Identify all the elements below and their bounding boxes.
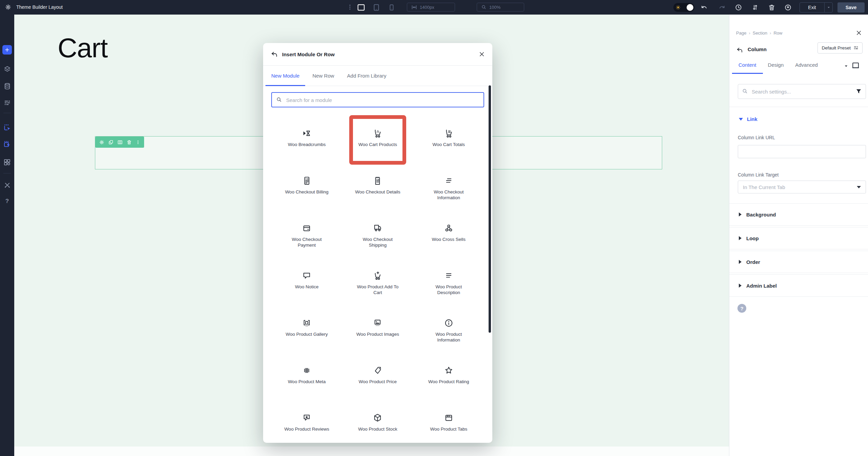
module-item[interactable]: Woo Product Rating	[413, 352, 484, 400]
desktop-view-icon[interactable]	[357, 3, 366, 12]
hover-mode-icon[interactable]	[0, 123, 14, 131]
search-icon	[742, 88, 748, 94]
module-item[interactable]: Woo Product Tabs	[413, 400, 484, 443]
top-bar: Theme Builder Layout 1400px 100%	[0, 0, 868, 15]
checkout-information-icon	[443, 175, 454, 186]
desktop-preview-icon[interactable]	[851, 61, 860, 70]
kebab-menu-icon[interactable]	[347, 4, 353, 11]
module-item[interactable]: Woo Cart Totals	[413, 115, 484, 163]
module-item[interactable]: Woo Product Images	[342, 305, 413, 352]
module-item[interactable]: Woo Checkout Shipping	[342, 210, 413, 257]
module-item[interactable]: Woo Checkout Information	[413, 163, 484, 210]
product-price-icon	[372, 365, 383, 376]
panel-help-icon[interactable]: ?	[737, 304, 746, 313]
modal-scrollbar[interactable]	[489, 85, 491, 333]
module-item[interactable]: Woo Checkout Billing	[271, 163, 342, 210]
module-item[interactable]: Woo Product Meta	[271, 352, 342, 400]
tablet-view-icon[interactable]	[372, 3, 380, 12]
settings-gear-icon[interactable]	[5, 4, 12, 11]
module-item[interactable]: Woo Product Information	[413, 305, 484, 352]
light-mode-toggle[interactable]	[673, 3, 694, 12]
module-item[interactable]: Woo Product Description	[413, 257, 484, 305]
zoom-magnifier-icon	[481, 4, 487, 10]
default-preset-button[interactable]: Default Preset	[817, 42, 863, 54]
width-arrows-icon	[411, 4, 417, 10]
sidebar-divider	[3, 173, 11, 173]
trash-icon[interactable]	[768, 4, 775, 11]
tab-new-module[interactable]: New Module	[271, 66, 299, 86]
section-background[interactable]: Background	[729, 203, 868, 226]
tabs-caret-icon[interactable]	[844, 64, 848, 68]
exit-button[interactable]: Exit	[800, 2, 833, 13]
settings-search-input[interactable]	[751, 84, 854, 99]
module-settings-icon[interactable]	[0, 158, 14, 166]
column-link-url-input[interactable]	[738, 145, 866, 158]
module-item[interactable]: Woo Breadcrumbs	[271, 115, 342, 163]
help-icon[interactable]: ?	[0, 198, 14, 205]
add-icon[interactable]	[2, 45, 12, 55]
module-item[interactable]: Woo Product Add To Cart	[342, 257, 413, 305]
tab-advanced[interactable]: Advanced	[795, 62, 818, 74]
tab-content[interactable]: Content	[738, 62, 756, 74]
page-heading: Cart	[58, 33, 107, 64]
search-icon	[276, 97, 282, 103]
sidebar-divider	[3, 113, 11, 113]
modal-back-icon[interactable]	[271, 51, 278, 58]
chevron-right-icon	[739, 212, 742, 216]
phone-view-icon[interactable]	[388, 4, 395, 11]
cart-totals-icon	[443, 127, 454, 139]
module-item[interactable]: Woo Product Stock	[342, 400, 413, 443]
zoom-control[interactable]: 100%	[477, 3, 524, 12]
module-item[interactable]: Woo Notice	[271, 257, 342, 305]
breadcrumb-row[interactable]: Row	[773, 30, 782, 36]
layers-icon[interactable]	[0, 65, 14, 73]
row-copy-icon[interactable]	[108, 140, 114, 145]
portability-icon[interactable]	[784, 4, 792, 11]
section-loop[interactable]: Loop	[729, 227, 868, 249]
zoom-level-value: 100%	[489, 5, 500, 10]
row-kebab-icon[interactable]	[136, 140, 140, 145]
undo-icon[interactable]	[701, 4, 708, 11]
row-settings-gear-icon[interactable]	[99, 140, 104, 145]
module-item[interactable]: Woo Checkout Details	[342, 163, 413, 210]
module-item[interactable]: Woo Checkout Payment	[271, 210, 342, 257]
filter-icon[interactable]	[855, 88, 862, 95]
checkout-billing-icon	[301, 175, 312, 186]
redo-icon[interactable]	[718, 4, 726, 11]
wireframe-icon[interactable]	[0, 99, 14, 107]
module-item-highlighted[interactable]: Woo Cart Products	[342, 115, 413, 163]
module-search-input[interactable]	[285, 93, 480, 107]
panel-close-icon[interactable]	[856, 30, 862, 36]
tools-icon[interactable]	[0, 181, 14, 189]
exit-caret-icon[interactable]	[825, 5, 832, 9]
breadcrumb-page[interactable]: Page	[736, 30, 746, 36]
chevron-down-icon	[739, 118, 743, 121]
chevron-down-icon	[857, 186, 861, 188]
row-columns-icon[interactable]	[117, 140, 123, 145]
module-item[interactable]: Woo Product Price	[342, 352, 413, 400]
tab-design[interactable]: Design	[768, 62, 784, 74]
panel-back-icon[interactable]	[736, 47, 743, 54]
tab-add-from-library[interactable]: Add From Library	[347, 66, 387, 86]
product-tabs-icon	[443, 412, 454, 423]
left-sidebar: ?	[0, 15, 14, 456]
history-icon[interactable]	[735, 4, 742, 11]
viewport-width-control[interactable]: 1400px	[407, 3, 455, 12]
checkout-shipping-icon	[372, 222, 383, 234]
modal-close-icon[interactable]	[479, 51, 485, 57]
link-section-header[interactable]: Link	[739, 116, 757, 122]
breadcrumb-section[interactable]: Section	[753, 30, 767, 36]
module-item[interactable]: Woo Product Gallery	[271, 305, 342, 352]
click-mode-icon[interactable]	[0, 140, 14, 148]
row-trash-icon[interactable]	[126, 140, 132, 145]
notice-icon	[301, 270, 312, 281]
section-admin-label[interactable]: Admin Label	[729, 274, 868, 297]
module-item[interactable]: Woo Cross Sells	[413, 210, 484, 257]
section-order[interactable]: Order	[729, 251, 868, 273]
tab-new-row[interactable]: New Row	[312, 66, 334, 86]
save-button[interactable]: Save	[837, 2, 865, 13]
database-icon[interactable]	[0, 82, 14, 90]
sort-arrows-icon[interactable]	[751, 4, 759, 11]
module-item[interactable]: Woo Product Reviews	[271, 400, 342, 443]
column-link-target-select[interactable]: In The Current Tab	[738, 181, 866, 193]
